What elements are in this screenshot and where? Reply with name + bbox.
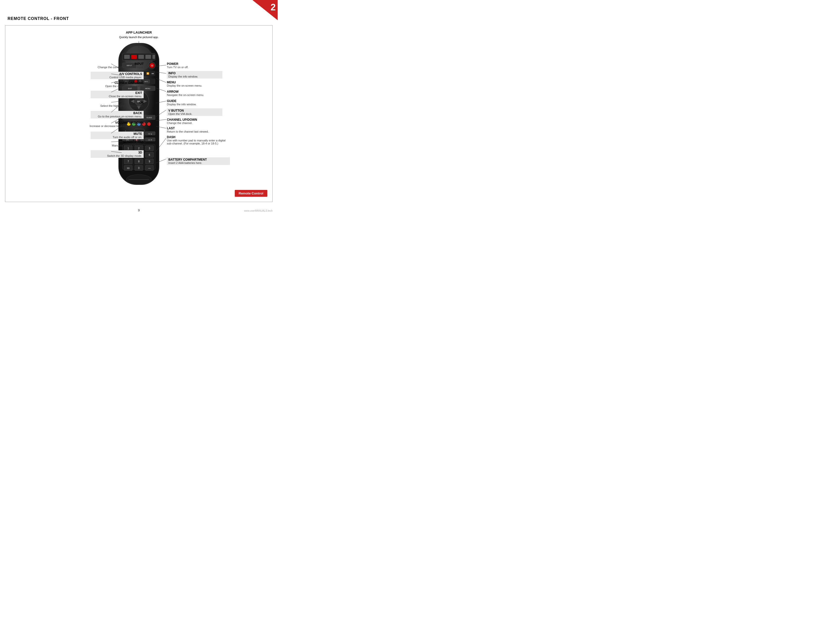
- app-launcher-title: APP LAUNCHER: [126, 31, 152, 34]
- label-closed-captions: CLOSED CAPTIONS Open the closed caption …: [91, 81, 144, 88]
- label-mute: MUTE Turn the audio off or on.: [91, 132, 144, 139]
- svg-text:CH ▲: CH ▲: [148, 133, 152, 135]
- label-3d: 3D Switch the 3D display mode.: [91, 150, 144, 158]
- svg-text:⏻: ⏻: [151, 64, 153, 67]
- label-battery: BATTERY COMPARTMENT Insert 2 AAA batteri…: [167, 157, 230, 165]
- label-arrow: ARROW Navigate the on-screen menu.: [167, 90, 222, 97]
- svg-text:2: 2: [138, 147, 140, 150]
- svg-text:1: 1: [127, 147, 129, 150]
- label-last: LAST Return to the channel last viewed.: [167, 127, 222, 133]
- svg-text:INFO: INFO: [145, 81, 148, 82]
- svg-rect-6: [145, 55, 151, 59]
- diagram-box: APP LAUNCHER Quickly launch the pictured…: [5, 25, 273, 202]
- label-back: BACK Go to the previous on-screen menu.: [91, 111, 144, 118]
- label-input: INPUT Change the currently-displayed inp…: [96, 62, 144, 69]
- svg-text:⏭: ⏭: [152, 72, 154, 75]
- svg-text:9: 9: [149, 160, 150, 163]
- svg-text:3: 3: [149, 147, 150, 150]
- svg-rect-4: [131, 55, 137, 59]
- page-number: 2: [270, 2, 276, 13]
- label-power: POWER Turn TV on or off.: [167, 62, 222, 69]
- label-exit: EXIT Close the on-screen menu.: [91, 91, 144, 98]
- app-launcher-desc: Quickly launch the pictured app.: [119, 35, 159, 39]
- label-number-pad: NUMBER PAD Manually enter a channel.: [91, 140, 144, 147]
- svg-point-46: [147, 122, 151, 126]
- rc-badge: Remote Control: [235, 190, 268, 197]
- label-channel: CHANNEL UP/DOWN Change the channel.: [167, 118, 222, 124]
- svg-rect-3: [124, 55, 130, 59]
- svg-text:GUIDE: GUIDE: [146, 117, 152, 118]
- svg-rect-7: [153, 55, 155, 59]
- app-launcher-label: APP LAUNCHER Quickly launch the pictured…: [119, 30, 159, 39]
- page-title: REMOTE CONTROL - FRONT: [8, 16, 69, 21]
- label-volume: VOLUME UP/DOWN Increase or decrease loud…: [85, 121, 144, 127]
- page-number-bottom: 9: [138, 208, 140, 212]
- svg-text:0: 0: [138, 167, 140, 169]
- svg-text:CH ▼: CH ▼: [148, 139, 152, 141]
- label-dash: DASH Use with number pad to manually ent…: [167, 135, 230, 145]
- page-corner: 2: [252, 0, 278, 20]
- svg-text:⏩: ⏩: [146, 72, 150, 75]
- label-menu: MENU Display the on-screen menu.: [167, 80, 222, 87]
- label-ok: OK Select the highlighted menu option.: [91, 101, 144, 107]
- svg-text:6: 6: [149, 153, 150, 156]
- svg-text:7: 7: [127, 160, 129, 163]
- label-av-controls: A/V CONTROLS Control USB media player.: [91, 72, 144, 79]
- svg-text:MENU: MENU: [145, 88, 150, 89]
- svg-text:EXIT: EXIT: [128, 88, 132, 89]
- label-guide: GUIDE Display the info window.: [167, 99, 222, 106]
- label-info: INFO Display the info window.: [167, 71, 222, 79]
- label-v-button: V BUTTON Open the VIA dock.: [167, 108, 222, 116]
- svg-rect-5: [138, 55, 144, 59]
- website-label: www.userMANUALS.tech: [244, 209, 273, 212]
- svg-text:8: 8: [138, 160, 140, 163]
- svg-text:3D: 3D: [127, 167, 130, 169]
- svg-text:—: —: [148, 167, 151, 169]
